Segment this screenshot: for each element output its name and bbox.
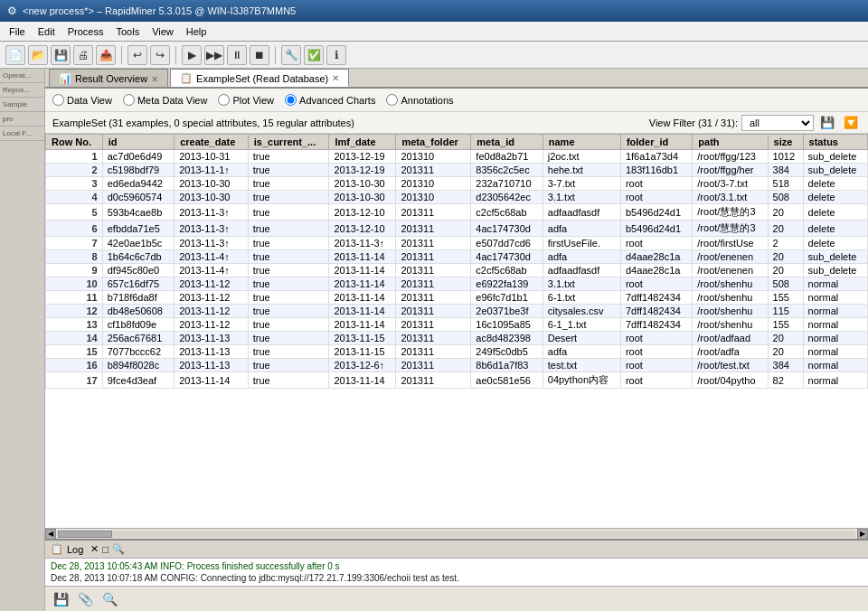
- view-annotations-radio[interactable]: [386, 94, 398, 106]
- menu-help[interactable]: Help: [181, 24, 212, 39]
- cell-11-11: normal: [803, 305, 867, 318]
- cell-1-5: 201311: [396, 164, 471, 177]
- log-icon: 📋: [51, 543, 63, 555]
- cell-6-10: 2: [768, 237, 803, 250]
- toolbar-undo[interactable]: ↩: [127, 45, 147, 65]
- view-annotations[interactable]: Annotations: [386, 94, 453, 106]
- view-data[interactable]: Data View: [52, 94, 112, 106]
- cell-0-1: ac7d0e6d49: [102, 150, 174, 164]
- filter-right: View Filter (31 / 31): all 💾 🔽: [649, 115, 861, 131]
- cell-16-8: root: [620, 372, 692, 389]
- toolbar-redo[interactable]: ↪: [150, 45, 170, 65]
- cell-13-8: root: [620, 332, 692, 345]
- cell-1-10: 384: [768, 164, 803, 177]
- menu-process[interactable]: Process: [62, 24, 109, 39]
- view-metadata-radio[interactable]: [123, 94, 135, 106]
- cell-6-1: 42e0ae1b5c: [102, 237, 174, 250]
- cell-5-6: 4ac174730d: [471, 221, 542, 237]
- cell-3-4: 2013-10-30: [329, 191, 396, 204]
- filter-label: View Filter (31 / 31):: [649, 118, 738, 128]
- cell-16-2: 2013-11-14: [175, 372, 249, 389]
- log-btn2[interactable]: □: [102, 544, 108, 555]
- toolbar-run[interactable]: ▶▶: [204, 45, 224, 65]
- menu-view[interactable]: View: [146, 24, 179, 39]
- cell-6-8: root: [620, 237, 692, 250]
- toolbar-save[interactable]: 💾: [51, 45, 71, 65]
- scroll-right-btn[interactable]: ▶: [857, 529, 868, 540]
- side-nav-repo[interactable]: Repos...: [0, 83, 44, 98]
- toolbar-pause[interactable]: ⏸: [227, 45, 247, 65]
- cell-0-11: sub_delete: [803, 150, 867, 164]
- cell-16-9: /root/04pytho: [693, 372, 768, 389]
- cell-5-8: b5496d24d1: [620, 221, 692, 237]
- cell-2-6: 232a710710: [471, 177, 542, 191]
- cell-5-9: /root/慧慧的3: [693, 221, 768, 237]
- cell-2-0: 3: [46, 177, 103, 191]
- toolbar-print[interactable]: 🖨: [73, 45, 93, 65]
- cell-11-5: 201311: [396, 305, 471, 318]
- toolbar-info[interactable]: ℹ: [326, 45, 346, 65]
- cell-9-6: e6922fa139: [471, 277, 542, 291]
- title-bar: ⚙ <new process*> – RapidMiner 5.3.015 @ …: [0, 0, 868, 22]
- bottom-save-btn[interactable]: 💾: [51, 591, 71, 607]
- scroll-thumb[interactable]: [58, 531, 112, 538]
- scroll-track[interactable]: [58, 531, 855, 538]
- data-table-wrapper[interactable]: Row No. id create_date is_current_... lm…: [45, 134, 868, 528]
- bottom-attach-btn[interactable]: 📎: [75, 591, 96, 607]
- toolbar-export[interactable]: 📤: [96, 45, 116, 65]
- log-title: Log: [67, 544, 83, 555]
- menu-tools[interactable]: Tools: [110, 24, 145, 39]
- cell-8-6: c2cf5c68ab: [471, 264, 542, 277]
- side-nav-pro[interactable]: pro: [0, 112, 44, 127]
- side-nav-operators[interactable]: Operat...: [0, 69, 44, 83]
- scroll-left-btn[interactable]: ◀: [45, 529, 56, 540]
- h-scrollbar[interactable]: ◀ ▶: [45, 528, 868, 539]
- toolbar-step[interactable]: ▶: [182, 45, 202, 65]
- view-metadata[interactable]: Meta Data View: [123, 94, 207, 106]
- table-row: 179fce4d3eaf2013-11-14true2013-11-142013…: [46, 372, 868, 389]
- tab-exampleset-label: ExampleSet (Read Database): [196, 73, 328, 84]
- cell-4-7: adfaadfasdf: [542, 204, 620, 221]
- menu-file[interactable]: File: [4, 24, 31, 39]
- toolbar-open[interactable]: 📂: [28, 45, 48, 65]
- side-nav-localfiles[interactable]: Local F...: [0, 127, 44, 141]
- table-row: 10657c16df752013-11-12true2013-11-142013…: [46, 277, 868, 291]
- cell-14-1: 7077bccc62: [102, 345, 174, 359]
- log-btn3[interactable]: 🔍: [112, 543, 125, 555]
- view-advanced-charts[interactable]: Advanced Charts: [285, 94, 375, 106]
- save-filter-button[interactable]: 💾: [817, 115, 837, 130]
- side-nav-pro-label: pro: [2, 114, 42, 124]
- filter-select[interactable]: all: [741, 115, 814, 131]
- cell-14-5: 201311: [396, 345, 471, 359]
- cell-3-0: 4: [46, 191, 103, 204]
- col-is-current: is_current_...: [248, 135, 329, 150]
- cell-8-0: 9: [46, 264, 103, 277]
- table-row: 16b894f8028c2013-11-13true2013-12-6↑2013…: [46, 359, 868, 372]
- log-btn1[interactable]: ✕: [90, 543, 99, 555]
- toolbar-new[interactable]: 📄: [5, 45, 25, 65]
- cell-13-7: Desert: [542, 332, 620, 345]
- toolbar-validate[interactable]: ✅: [304, 45, 324, 65]
- col-folder-id: folder_id: [620, 135, 692, 150]
- tab-result-close[interactable]: ✕: [151, 74, 158, 84]
- cell-15-1: b894f8028c: [102, 359, 174, 372]
- menu-edit[interactable]: Edit: [33, 24, 61, 39]
- tab-exampleset[interactable]: 📋 ExampleSet (Read Database) ✕: [170, 69, 349, 87]
- bottom-search-btn[interactable]: 🔍: [99, 591, 120, 607]
- toolbar-settings[interactable]: 🔧: [281, 45, 301, 65]
- view-plot-radio[interactable]: [218, 94, 230, 106]
- cell-3-7: 3.1.txt: [542, 191, 620, 204]
- table-row: 81b64c6c7db2013-11-4↑true2013-11-1420131…: [46, 250, 868, 264]
- cell-3-1: d0c5960574: [102, 191, 174, 204]
- filter-options-button[interactable]: 🔽: [841, 115, 861, 130]
- tab-exampleset-close[interactable]: ✕: [332, 73, 339, 83]
- view-advanced-charts-radio[interactable]: [285, 94, 297, 106]
- view-data-radio[interactable]: [52, 94, 64, 106]
- cell-4-9: /root/慧慧的3: [693, 204, 768, 221]
- cell-15-2: 2013-11-13: [175, 359, 249, 372]
- tab-result-overview[interactable]: 📊 Result Overview ✕: [49, 69, 168, 87]
- view-plot[interactable]: Plot View: [218, 94, 274, 106]
- cell-4-4: 2013-12-10: [329, 204, 396, 221]
- side-nav-sample[interactable]: Sample: [0, 98, 44, 112]
- toolbar-stop[interactable]: ⏹: [250, 45, 269, 65]
